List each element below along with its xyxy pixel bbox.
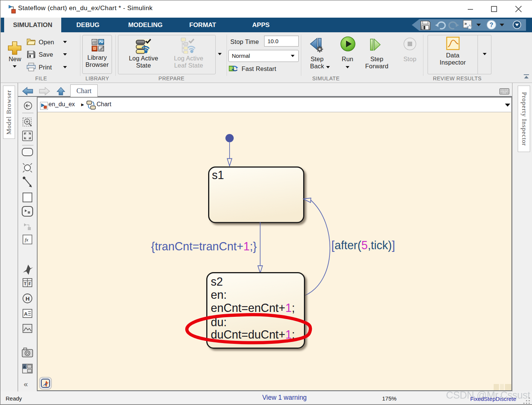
- svg-text:s1: s1: [212, 169, 224, 181]
- svg-text:duCnt=duCnt+1;: duCnt=duCnt+1;: [211, 328, 295, 341]
- svg-text:{tranCnt=tranCnt+1;}: {tranCnt=tranCnt+1;}: [151, 240, 257, 253]
- svg-text:en:: en:: [211, 288, 227, 301]
- svg-text:[after(5,tick)]: [after(5,tick)]: [331, 239, 395, 252]
- svg-text:enCnt=enCnt+1;: enCnt=enCnt+1;: [211, 301, 295, 314]
- svg-text:s2: s2: [211, 275, 223, 288]
